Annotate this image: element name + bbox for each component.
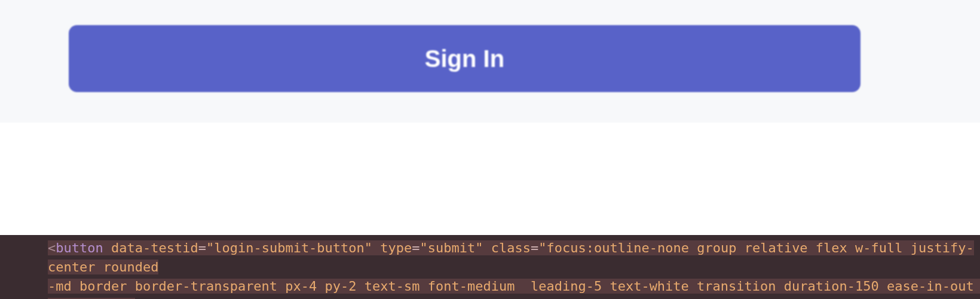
devtools-elements-panel[interactable]: <button data-testid="login-submit-button… [0,235,980,299]
devtools-selected-element[interactable]: <button data-testid="login-submit-button… [48,240,980,299]
signin-button[interactable]: Sign In [69,25,860,92]
code-bracket-open: < [48,240,56,255]
code-attr-testid: data-testid [111,240,198,255]
code-class-value-line2: -md border border-transparent px-4 py-2 … [48,279,980,299]
code-attr-type: type [380,240,412,255]
page-middle-blank [0,123,980,235]
page-top-section: Sign In [0,0,980,123]
code-attr-class: class [491,240,531,255]
code-attr-type-value: "submit" [420,240,483,255]
code-tag-name: button [56,240,103,255]
code-attr-testid-value: "login-submit-button" [206,240,372,255]
